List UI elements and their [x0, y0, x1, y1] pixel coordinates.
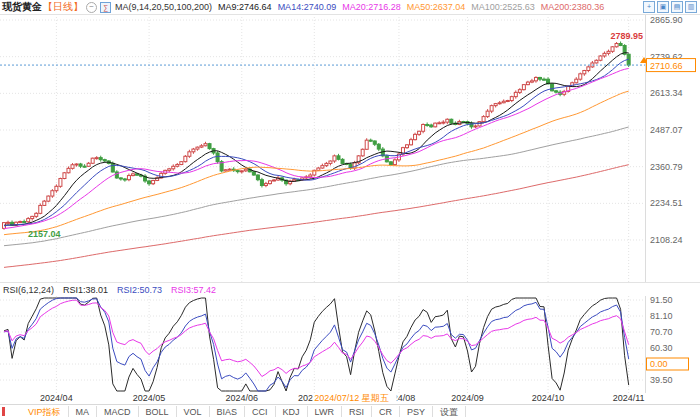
rsi-lines-layer	[4, 298, 629, 391]
rsi-legend-item: RSI2:50.73	[117, 285, 162, 295]
x-axis-label: 2024/06	[225, 393, 258, 404]
indicator-tab-5[interactable]: BIAS	[210, 406, 246, 417]
ma-lines-layer	[4, 53, 629, 268]
period-label[interactable]: 【日线】	[43, 0, 83, 14]
rsi-tick-label: 91.50	[650, 296, 673, 305]
ma-legend-item: MA20:2716.28	[342, 2, 401, 12]
low-annotation: 2157.04	[28, 229, 61, 239]
rsi-line-12	[4, 298, 629, 391]
price-tick-label: 2487.07	[650, 125, 683, 135]
ma-legend-item: MA100:2525.63	[471, 2, 535, 12]
chart-app: 现货黄金 【日线】 − ∑ MA(9,14,20,50,100,200) MA9…	[0, 0, 700, 417]
save-layout-icon[interactable]	[685, 1, 697, 13]
x-axis-label: 2024/05	[133, 393, 166, 404]
rsi-values: RSI1:38.01RSI2:50.73RSI3:57.42	[63, 285, 216, 295]
indicator-toolbar: VIP指标MAMACDBOLLVOLBIASCCIKDJLWRRSICRPSY设…	[0, 404, 700, 417]
toolbar-collapse-icon[interactable]	[2, 407, 5, 416]
rsi-line-6	[4, 298, 629, 391]
last-price-label: 2710.66	[650, 61, 683, 71]
indicator-tab-3[interactable]: BOLL	[139, 406, 177, 417]
symbol-name[interactable]: 现货黄金	[2, 0, 42, 14]
indicator-tab-4[interactable]: VOL	[177, 406, 210, 417]
price-tick-label: 2360.79	[650, 162, 683, 172]
price-tick-label: 2613.34	[650, 88, 683, 98]
ma-legend-item: MA50:2637.04	[407, 2, 466, 12]
selected-date-label: 2024/07/12 星期五	[312, 393, 397, 404]
rsi-value-label: 0.00	[650, 359, 668, 369]
candles-layer	[3, 41, 631, 229]
x-axis: 2024/042024/052024/062024/072024/082024/…	[0, 393, 700, 404]
main-gridlines	[0, 14, 645, 282]
indicator-tab-10[interactable]: CR	[372, 406, 400, 417]
price-tick-label: 2234.51	[650, 198, 683, 208]
rsi-tick-label: 60.30	[650, 343, 673, 353]
indicator-tab-9[interactable]: RSI	[342, 406, 372, 417]
main-chart-canvas[interactable]: 2865.902739.622613.342487.072360.792234.…	[0, 14, 700, 282]
rsi-line-24	[4, 300, 629, 376]
rsi-legend: RSI(6,12,24) RSI1:38.01RSI2:50.73RSI3:57…	[0, 282, 700, 297]
panel-icon[interactable]	[657, 1, 669, 13]
rsi-legend-item: RSI1:38.01	[63, 285, 108, 295]
rsi-chart-canvas[interactable]: 91.5081.1070.7060.3039.500.00	[0, 296, 700, 393]
ma-line-14	[4, 59, 629, 226]
ma-legend-item: MA200:2380.36	[541, 2, 605, 12]
move-icon[interactable]	[643, 1, 655, 13]
formula-icon[interactable]: ∑	[100, 2, 111, 13]
x-axis-label: 2024/09	[451, 393, 484, 404]
rsi-legend-item: RSI3:57.42	[171, 285, 216, 295]
header-bar: 现货黄金 【日线】 − ∑ MA(9,14,20,50,100,200) MA9…	[0, 0, 700, 15]
indicator-tab-1[interactable]: MA	[69, 406, 98, 417]
ma-line-200	[4, 165, 629, 268]
indicator-tab-8[interactable]: LWR	[308, 406, 342, 417]
multi-chart-icon[interactable]	[671, 1, 683, 13]
rsi-tick-label: 70.70	[650, 327, 673, 337]
collapse-icon[interactable]: −	[86, 2, 97, 13]
ma-legend-item: MA9:2746.64	[218, 2, 272, 12]
indicator-tab-11[interactable]: PSY	[400, 406, 433, 417]
x-axis-label: 2024/04	[40, 393, 73, 404]
ma-params-label: MA(9,14,20,50,100,200)	[115, 2, 212, 12]
x-axis-label: 2024/11	[613, 393, 645, 404]
high-annotation: 2789.95	[610, 31, 643, 41]
header-toolbar	[643, 1, 697, 13]
ma-line-50	[4, 91, 629, 235]
indicator-tab-0[interactable]: VIP指标	[21, 406, 69, 417]
x-axis-label: 2024/10	[532, 393, 565, 404]
ma-legend: MA9:2746.64MA14:2740.09MA20:2716.28MA50:…	[212, 2, 604, 12]
ma-legend-item: MA14:2740.09	[278, 2, 337, 12]
price-tick-label: 2108.24	[650, 235, 683, 245]
indicator-tab-7[interactable]: KDJ	[276, 406, 308, 417]
price-tick-label: 2865.90	[650, 15, 683, 25]
chart-stack: 2865.902739.622613.342487.072360.792234.…	[0, 14, 700, 417]
indicator-tab-2[interactable]: MACD	[97, 406, 139, 417]
indicator-tab-12[interactable]: 设置	[433, 406, 466, 417]
rsi-params-label[interactable]: RSI(6,12,24)	[3, 285, 54, 295]
price-axis-labels: 2865.902739.622613.342487.072360.792234.…	[650, 15, 683, 245]
rsi-tick-label: 81.10	[650, 311, 673, 321]
indicator-tab-6[interactable]: CCI	[245, 406, 276, 417]
rsi-tick-label: 39.50	[650, 375, 673, 385]
